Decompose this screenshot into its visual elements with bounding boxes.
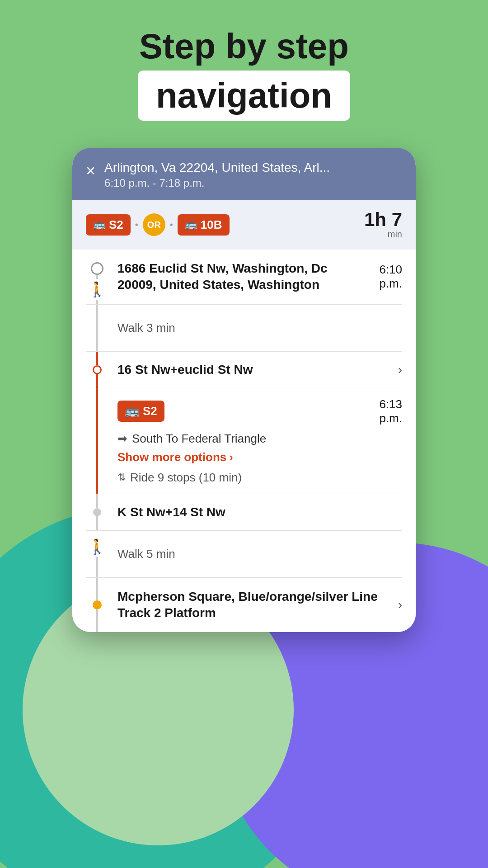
or-label: OR — [147, 220, 161, 230]
timeline-walk-1 — [86, 305, 108, 351]
timeline-mcpherson — [86, 578, 108, 632]
bus-s2-content: 🚌 S2 6:13p.m. ➡ South To Federal Triangl… — [108, 388, 402, 494]
bus-inline-icon: 🚌 — [125, 404, 139, 418]
direction-row: ➡ South To Federal Triangle — [117, 432, 402, 446]
walk-text-2: Walk 5 min — [117, 538, 402, 570]
mcpherson-name-row: Mcpherson Square, Blue/orange/silver Lin… — [117, 589, 402, 622]
duration-time: 1h 7 — [364, 210, 402, 229]
nav-header-text: Arlington, Va 22204, United States, Arl.… — [104, 160, 402, 189]
hero-title-line2: navigation — [138, 71, 350, 121]
bus-badge-row: 🚌 S2 6:13p.m. — [117, 397, 402, 425]
stop-kst: K St Nw+14 St Nw — [72, 494, 416, 530]
hero-title-line1: Step by step — [138, 27, 350, 66]
or-badge: OR — [143, 213, 165, 236]
show-more-options[interactable]: Show more options › — [117, 450, 402, 464]
stop-mcpherson: Mcpherson Square, Blue/orange/silver Lin… — [72, 578, 416, 632]
show-more-label: Show more options — [117, 450, 226, 464]
close-button[interactable]: × — [86, 161, 95, 180]
bus-time: 6:13p.m. — [379, 397, 402, 425]
origin-time-col: 6:10p.m. — [357, 250, 402, 304]
origin-time: 6:10p.m. — [379, 263, 402, 291]
origin-content: 1686 Euclid St Nw, Washington, Dc 20009,… — [108, 250, 357, 304]
gray-line-walk2 — [96, 557, 98, 577]
timeline-line-1 — [96, 275, 98, 279]
gray-line-mcph-bottom — [96, 609, 98, 632]
walk-text-1: Walk 3 min — [117, 312, 402, 344]
ride-info-row: ⇅ Ride 9 stops (10 min) — [117, 471, 402, 485]
nav-header: × Arlington, Va 22204, United States, Ar… — [72, 148, 416, 200]
route-badge-s2: 🚌 S2 — [86, 214, 131, 236]
route-summary-bar: 🚌 S2 • OR • 🚌 10B 1h 7 min — [72, 200, 416, 250]
mcpherson-content: Mcpherson Square, Blue/orange/silver Lin… — [108, 578, 402, 632]
phone-frame: × Arlington, Va 22204, United States, Ar… — [72, 148, 416, 632]
gray-line-kst-top — [96, 494, 98, 508]
show-more-chevron: › — [229, 450, 233, 464]
red-line-bottom — [96, 374, 98, 388]
route-badges: 🚌 S2 • OR • 🚌 10B — [86, 213, 230, 236]
bus-inline-badge: 🚌 S2 — [117, 401, 164, 422]
kst-content: K St Nw+14 St Nw — [108, 494, 402, 530]
direction-text: South To Federal Triangle — [132, 432, 266, 446]
stop-name-kst: K St Nw+14 St Nw — [117, 505, 402, 519]
bus-icon-s2: 🚌 — [93, 219, 105, 231]
bus-inline-label: S2 — [143, 404, 157, 418]
stop-name-row-16st: 16 St Nw+euclid St Nw › — [117, 363, 402, 377]
walk-line-top — [96, 305, 98, 328]
mcpherson-stop-name: Mcpherson Square, Blue/orange/silver Lin… — [117, 589, 398, 622]
kst-dot — [93, 508, 101, 516]
walk-line-bottom — [96, 328, 98, 351]
walk-content-1: Walk 3 min — [108, 305, 402, 351]
walk-content-2: Walk 5 min — [108, 531, 402, 577]
gray-line-kst-bottom — [96, 516, 98, 530]
red-line-bus-bottom — [96, 441, 98, 494]
walk-step-2: 🚶 Walk 5 min — [72, 531, 416, 577]
ride-text: Ride 9 stops (10 min) — [130, 471, 242, 485]
timeline-line-2 — [96, 300, 98, 304]
bus-icon-10b: 🚌 — [185, 219, 197, 231]
walk-step-1: Walk 3 min — [72, 305, 416, 351]
walk-icon-1: 🚶 — [88, 281, 106, 298]
dot-separator-1: • — [135, 220, 138, 230]
red-line-bus-top — [96, 388, 98, 441]
chevron-mcpherson[interactable]: › — [398, 598, 402, 612]
badge-s2-label: S2 — [109, 218, 123, 232]
ride-arrows-icon: ⇅ — [117, 472, 126, 483]
bus-s2-step: 🚌 S2 6:13p.m. ➡ South To Federal Triangl… — [72, 388, 416, 494]
hero-header: Step by step navigation — [138, 27, 350, 121]
steps-container: 🚶 1686 Euclid St Nw, Washington, Dc 2000… — [72, 250, 416, 632]
badge-10b-label: 10B — [201, 218, 222, 232]
nav-time-range: 6:10 p.m. - 7:18 p.m. — [104, 177, 402, 189]
dot-separator-2: • — [170, 220, 173, 230]
timeline-walk-2: 🚶 — [86, 531, 108, 577]
direction-arrow-icon: ➡ — [117, 432, 127, 446]
phone-mockup: × Arlington, Va 22204, United States, Ar… — [72, 148, 416, 632]
mcpherson-dot — [93, 600, 102, 609]
timeline-origin: 🚶 — [86, 250, 108, 304]
route-duration: 1h 7 min — [364, 210, 402, 240]
stop-16st: 16 St Nw+euclid St Nw › — [72, 352, 416, 388]
nav-address: Arlington, Va 22204, United States, Arl.… — [104, 160, 402, 175]
chevron-16st[interactable]: › — [398, 363, 402, 377]
red-dot-16st — [93, 365, 102, 374]
route-badge-10b: 🚌 10B — [178, 214, 230, 236]
walk-icon-2: 🚶 — [88, 538, 106, 555]
red-line-top — [96, 352, 98, 365]
origin-dot — [91, 262, 103, 275]
timeline-kst — [86, 494, 108, 530]
timeline-stop-16st — [86, 352, 108, 388]
stop-name-16st: 16 St Nw+euclid St Nw — [117, 363, 253, 377]
timeline-bus-s2 — [86, 388, 108, 494]
duration-unit: min — [364, 229, 402, 240]
gray-line-mcph-top — [96, 578, 98, 600]
origin-step: 🚶 1686 Euclid St Nw, Washington, Dc 2000… — [72, 250, 416, 304]
origin-address: 1686 Euclid St Nw, Washington, Dc 20009,… — [117, 260, 357, 293]
stop-16st-content: 16 St Nw+euclid St Nw › — [108, 352, 402, 388]
